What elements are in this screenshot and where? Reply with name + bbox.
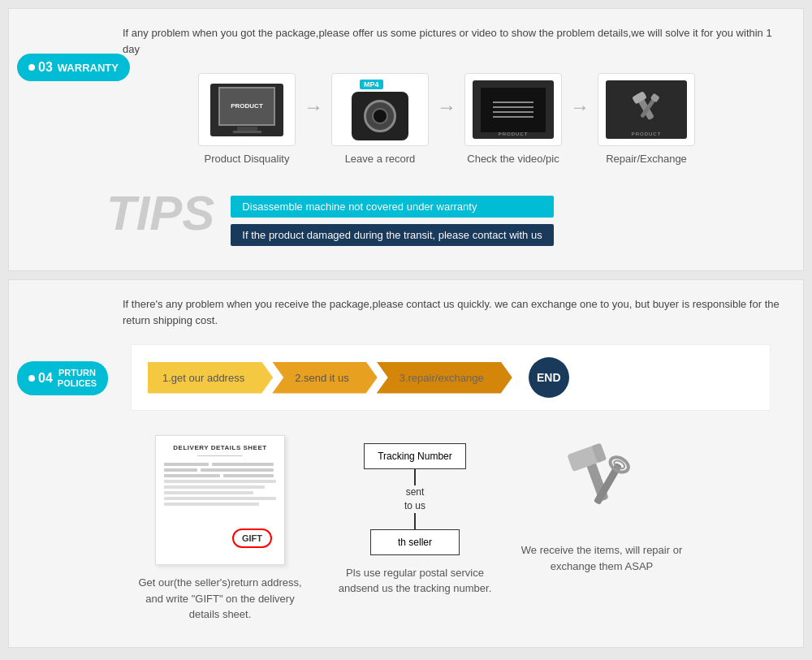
flow-label-2: Check the video/pic (467, 153, 559, 165)
tracking-line-top (414, 469, 416, 485)
step-2: 2.send it us (272, 362, 378, 394)
arrow-2: → (437, 96, 456, 119)
tip-item-1: Disassemble machine not covered under wa… (231, 196, 553, 218)
flow-item-video: PRODUCT Check the video/pic (464, 73, 562, 165)
flow-label-0: Product Disquality (205, 153, 290, 165)
sent-to-us: sent to us (404, 485, 425, 513)
tracking-desc: Pls use regular postal service andsend u… (326, 565, 504, 597)
tips-title: TIPS (106, 189, 214, 238)
tips-content: Disassemble machine not covered under wa… (231, 189, 553, 246)
product-label: PRODUCT (231, 102, 263, 110)
seller-box: th seller (370, 529, 460, 555)
flow-item-product: PRODUCT Product Disquality (198, 73, 296, 165)
warranty-intro: If any problem when you got the package,… (123, 25, 787, 57)
tools-svg (620, 88, 673, 132)
delivery-sheet-img: DELIVERY DETAILS SHEET ───────────── (155, 435, 285, 565)
tracking-label: Tracking Number (378, 451, 452, 462)
tracking-number-box: Tracking Number (364, 443, 466, 469)
camera-lens (364, 100, 396, 132)
flow-label-3: Repair/Exchange (606, 153, 687, 165)
tools-large-svg (553, 435, 650, 533)
arrow-3: → (570, 96, 590, 119)
video-icon-box: PRODUCT (464, 73, 562, 146)
tip-item-2: If the product damaged during the transi… (231, 224, 553, 246)
tools-desc: We receive the items, will repair or exc… (520, 542, 683, 574)
return-badge: 04 PRTURNPOLICES (17, 361, 108, 395)
return-badge-label: PRTURNPOLICES (58, 368, 97, 389)
warranty-section: If any problem when you got the package,… (8, 8, 804, 271)
video-product-label: PRODUCT (499, 132, 529, 136)
badge-label: WARRANTY (58, 62, 119, 74)
return-badge-num: 04 (38, 371, 53, 386)
camera-body (352, 92, 408, 140)
badge-dot (28, 64, 35, 71)
flow-item-repair: PRODUCT Repair/Exchange (598, 73, 695, 165)
repair-product-label: PRODUCT (632, 132, 662, 136)
steps-row: 1.get our address 2.send it us 3.repair/… (131, 344, 771, 411)
return-item-tracking: Tracking Number sent to us th seller Pls… (326, 435, 504, 597)
mp4-badge: MP4 (360, 80, 383, 89)
flow-item-mp4: MP4 Leave a record (331, 73, 429, 165)
delivery-desc: Get our(the seller's)return address, and… (131, 575, 309, 623)
flow-label-1: Leave a record (345, 153, 416, 165)
sheet-title: DELIVERY DETAILS SHEET (164, 444, 276, 451)
return-item-delivery: DELIVERY DETAILS SHEET ───────────── (131, 435, 309, 623)
end-circle: END (529, 357, 569, 398)
step-3: 3.repair/exchange (377, 362, 512, 394)
sheet-subtitle: ───────────── (164, 453, 276, 458)
step-1: 1.get our address (148, 362, 273, 394)
tips-section: TIPS Disassemble machine not covered und… (106, 181, 787, 246)
return-intro: If there's any problem when you receive … (123, 296, 787, 328)
arrow-1: → (304, 96, 323, 119)
gift-badge: GIFT (232, 528, 272, 548)
repair-icon-box: PRODUCT (598, 73, 695, 146)
sheet-lines (164, 463, 276, 506)
camera-lens-inner (372, 108, 388, 124)
tracking-diagram: Tracking Number sent to us th seller (364, 443, 466, 555)
return-items-row: DELIVERY DETAILS SHEET ───────────── (131, 435, 787, 623)
badge-num: 03 (38, 60, 53, 75)
return-item-tools: We receive the items, will repair or exc… (520, 435, 683, 574)
warranty-flow: PRODUCT Product Disquality → MP4 (106, 73, 787, 165)
product-icon-box: PRODUCT (198, 73, 296, 146)
warranty-badge: 03 WARRANTY (17, 54, 130, 81)
mp4-icon-box: MP4 (331, 73, 429, 146)
return-dot (28, 375, 35, 382)
return-section: If there's any problem when you receive … (8, 279, 804, 648)
mp4-wrap: MP4 (352, 80, 408, 140)
tracking-line-bottom (414, 513, 416, 529)
